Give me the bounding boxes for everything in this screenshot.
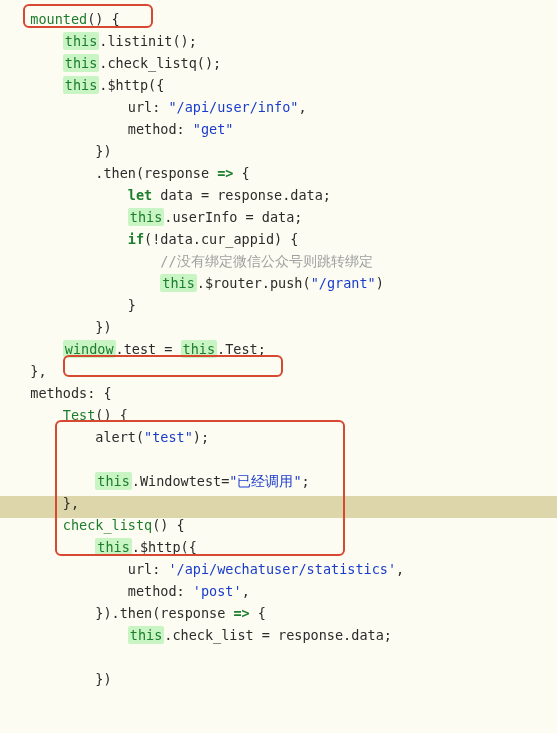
token-this: this [128,208,165,226]
token-this: this [63,76,100,94]
token-this: this [181,340,218,358]
token-check-listq: check_listq [63,517,152,533]
token-this: this [128,626,165,644]
token-this: this [160,274,197,292]
token-this: this [95,472,132,490]
token-mounted: mounted [30,11,87,27]
code-block: mounted() { this.listinit(); this.check_… [0,0,557,690]
token-this: this [63,32,100,50]
token-this: this [95,538,132,556]
comment-line: //没有绑定微信公众号则跳转绑定 [160,253,372,269]
token-window: window [63,340,116,358]
token-test-fn: Test [63,407,96,423]
token-this: this [63,54,100,72]
